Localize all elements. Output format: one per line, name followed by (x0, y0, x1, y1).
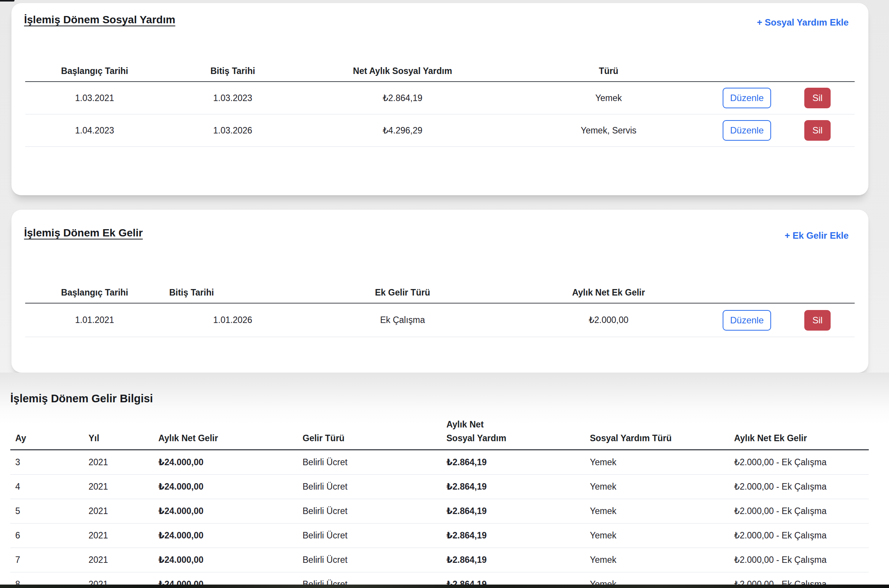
income-info-table: Ay Yıl Aylık Net Gelir Gelir Türü (10, 418, 869, 588)
column-header-label: Aylık Net Ek Gelir (734, 433, 807, 443)
net-extra-income-cell: ₺2.000,00 - Ek Çalışma (734, 457, 869, 468)
column-header-empty (713, 298, 780, 303)
net-social-aid-cell: ₺2.864,19 (446, 482, 590, 492)
net-extra-income-cell: ₺2.000,00 - Ek Çalışma (734, 555, 869, 565)
table-row: 3 2021 ₺24.000,00 Belirli Ücret ₺2.864,1… (10, 450, 869, 475)
end-date-cell: 1.03.2023 (164, 93, 301, 103)
column-header-label: Sosyal Yardım Türü (590, 433, 672, 443)
column-header: Gelir Türü (303, 431, 446, 449)
column-header: Bitiş Tarihi (164, 288, 301, 303)
column-header: Aylık Net Ek Gelir (504, 288, 713, 303)
net-income-cell: ₺24.000,00 (158, 482, 303, 492)
social-aid-table-body: 1.03.2021 1.03.2023 ₺2.864,19 Yemek Düze… (25, 82, 855, 147)
column-header-label: Yıl (89, 433, 99, 443)
extra-income-card: İşlemiş Dönem Ek Gelir + Ek Gelir Ekle B… (11, 210, 868, 373)
end-date-cell: 1.01.2026 (164, 315, 301, 325)
net-income-cell: ₺24.000,00 (158, 506, 303, 516)
net-social-aid-cell: ₺2.864,19 (446, 530, 590, 541)
column-header-label: Sosyal Yardım (446, 433, 506, 443)
income-type-cell: Belirli Ücret (303, 530, 446, 541)
delete-cell: Sil (780, 310, 855, 331)
column-header-empty (780, 76, 855, 81)
amount-cell: ₺2.000,00 (504, 315, 713, 325)
net-extra-income-cell: ₺2.000,00 - Ek Çalışma (734, 482, 869, 492)
month-cell: 5 (15, 506, 89, 516)
column-header: Başlangıç Tarihi (25, 66, 164, 81)
net-income-cell: ₺24.000,00 (158, 457, 303, 468)
start-date-cell: 1.01.2021 (25, 315, 164, 325)
table-row: 6 2021 ₺24.000,00 Belirli Ücret ₺2.864,1… (10, 524, 869, 548)
income-type-cell: Belirli Ücret (303, 457, 446, 468)
social-aid-card: İşlemiş Dönem Sosyal Yardım + Sosyal Yar… (11, 3, 868, 195)
net-extra-income-cell: ₺2.000,00 - Ek Çalışma (734, 506, 869, 516)
column-header: Türü (504, 66, 713, 81)
income-info-title: İşlemiş Dönem Gelir Bilgisi (0, 373, 889, 405)
social-aid-type-cell: Yemek (590, 506, 734, 516)
column-header: Aylık Net Ek Gelir (734, 431, 869, 449)
start-date-cell: 1.03.2021 (25, 93, 164, 103)
type-cell: Yemek, Servis (504, 125, 713, 136)
delete-button[interactable]: Sil (804, 310, 831, 331)
income-type-cell: Belirli Ücret (303, 555, 446, 565)
start-date-cell: 1.04.2023 (25, 125, 164, 136)
edit-button[interactable]: Düzenle (723, 88, 771, 108)
type-cell: Ek Çalışma (301, 315, 504, 325)
column-header: Ek Gelir Türü (301, 288, 504, 303)
year-cell: 2021 (89, 555, 158, 565)
net-social-aid-cell: ₺2.864,19 (446, 457, 590, 468)
month-cell: 7 (15, 555, 89, 565)
extra-income-title: İşlemiş Dönem Ek Gelir (24, 227, 143, 239)
income-info-table-header: Ay Yıl Aylık Net Gelir Gelir Türü (10, 418, 869, 450)
net-social-aid-cell: ₺2.864,19 (446, 506, 590, 516)
delete-button[interactable]: Sil (804, 120, 831, 141)
edit-button[interactable]: Düzenle (723, 120, 771, 141)
column-header: Ay (15, 431, 89, 449)
net-social-aid-cell: ₺2.864,19 (446, 555, 590, 565)
income-info-section: İşlemiş Dönem Gelir Bilgisi Ay Yıl Aylık… (0, 373, 889, 585)
column-header-label: Gelir Türü (303, 433, 345, 443)
type-cell: Yemek (504, 93, 713, 103)
amount-cell: ₺4.296,29 (301, 125, 504, 136)
month-cell: 4 (15, 482, 89, 492)
social-aid-type-cell: Yemek (590, 530, 734, 541)
delete-cell: Sil (780, 88, 855, 108)
net-income-cell: ₺24.000,00 (158, 530, 303, 541)
income-type-cell: Belirli Ücret (303, 506, 446, 516)
year-cell: 2021 (89, 482, 158, 492)
table-row: 1.01.2021 1.01.2026 Ek Çalışma ₺2.000,00… (25, 304, 855, 337)
extra-income-table-body: 1.01.2021 1.01.2026 Ek Çalışma ₺2.000,00… (25, 304, 855, 337)
column-header: Bitiş Tarihi (164, 66, 301, 81)
social-aid-card-header: İşlemiş Dönem Sosyal Yardım + Sosyal Yar… (11, 3, 868, 28)
social-aid-table-header: Başlangıç Tarihi Bitiş Tarihi Net Aylık … (25, 66, 855, 82)
edit-cell: Düzenle (713, 120, 780, 141)
edit-button[interactable]: Düzenle (723, 310, 771, 331)
extra-income-card-header: İşlemiş Dönem Ek Gelir + Ek Gelir Ekle (11, 210, 868, 241)
column-header: Aylık Net Gelir (158, 431, 303, 449)
column-header: Yıl (89, 431, 158, 449)
month-cell: 6 (15, 530, 89, 541)
column-header: Net Aylık Sosyal Yardım (301, 66, 504, 81)
month-cell: 3 (15, 457, 89, 468)
column-header-label: Ay (15, 433, 26, 443)
social-aid-title: İşlemiş Dönem Sosyal Yardım (24, 13, 175, 26)
delete-button[interactable]: Sil (804, 88, 831, 108)
add-social-aid-link[interactable]: + Sosyal Yardım Ekle (757, 17, 849, 28)
year-cell: 2021 (89, 530, 158, 541)
net-extra-income-cell: ₺2.000,00 - Ek Çalışma (734, 530, 869, 541)
column-header-top-line: Aylık Net (446, 418, 590, 431)
income-type-cell: Belirli Ücret (303, 482, 446, 492)
net-income-cell: ₺24.000,00 (158, 555, 303, 565)
add-extra-income-link[interactable]: + Ek Gelir Ekle (785, 230, 849, 241)
desktop-background-strip (0, 585, 889, 588)
edit-cell: Düzenle (713, 88, 780, 108)
window-corner-artifact (0, 0, 14, 2)
table-row: 7 2021 ₺24.000,00 Belirli Ücret ₺2.864,1… (10, 548, 869, 572)
social-aid-type-cell: Yemek (590, 555, 734, 565)
amount-cell: ₺2.864,19 (301, 93, 504, 103)
social-aid-type-cell: Yemek (590, 457, 734, 468)
table-row: 4 2021 ₺24.000,00 Belirli Ücret ₺2.864,1… (10, 475, 869, 499)
end-date-cell: 1.03.2026 (164, 125, 301, 136)
extra-income-table-header: Başlangıç Tarihi Bitiş Tarihi Ek Gelir T… (25, 288, 855, 304)
column-header: Başlangıç Tarihi (25, 288, 164, 303)
social-aid-type-cell: Yemek (590, 482, 734, 492)
